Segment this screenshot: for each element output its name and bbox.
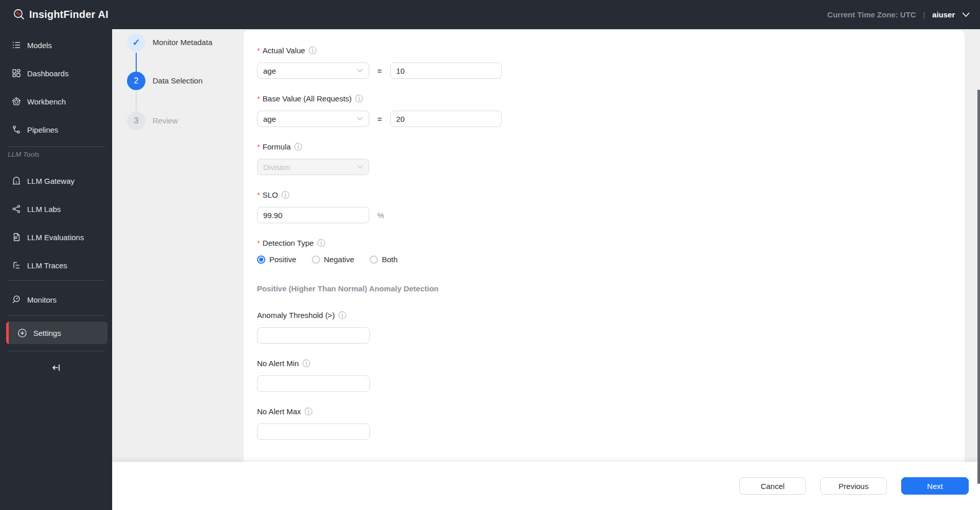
equals-sign: = bbox=[377, 115, 382, 123]
timezone-label: Current Time Zone: UTC bbox=[827, 10, 916, 19]
sidebar-item-llm-evaluations[interactable]: LLM Evaluations bbox=[0, 227, 112, 247]
cancel-button[interactable]: Cancel bbox=[739, 477, 806, 495]
next-button[interactable]: Next bbox=[901, 477, 969, 495]
info-icon[interactable]: ⓘ bbox=[303, 359, 311, 368]
sidebar-divider bbox=[8, 146, 105, 147]
step-1-indicator[interactable]: ✓ bbox=[127, 33, 145, 52]
sidebar-item-settings[interactable]: Settings bbox=[6, 322, 108, 344]
logo-text: InsightFinder AI bbox=[29, 9, 109, 20]
detection-type-radio-group: Positive Negative Both bbox=[257, 255, 965, 264]
base-value-input[interactable] bbox=[390, 111, 502, 127]
info-icon[interactable]: ⓘ bbox=[317, 239, 326, 247]
anomaly-threshold-input[interactable] bbox=[257, 327, 370, 344]
form-item-slo: * SLO ⓘ % bbox=[257, 190, 965, 223]
step-2-label[interactable]: Data Selection bbox=[153, 76, 203, 85]
form-item-base-value: * Base Value (All Requests) ⓘ age = bbox=[257, 94, 965, 127]
radio-circle bbox=[370, 256, 378, 264]
radio-both[interactable]: Both bbox=[370, 255, 398, 264]
collapse-arrow-icon bbox=[51, 363, 61, 372]
actual-value-select[interactable]: age bbox=[257, 62, 369, 79]
step-3-indicator[interactable]: 3 bbox=[127, 112, 145, 130]
formula-select: Division bbox=[257, 159, 369, 175]
no-alert-max-label: No Alert Max ⓘ bbox=[257, 407, 965, 416]
actual-value-label: * Actual Value ⓘ bbox=[257, 46, 965, 55]
sidebar-item-label: LLM Gateway bbox=[27, 177, 75, 185]
sidebar-item-models[interactable]: Models bbox=[0, 35, 112, 55]
sidebar-item-label: Workbench bbox=[27, 97, 66, 106]
info-icon[interactable]: ⓘ bbox=[305, 408, 313, 416]
chevron-down-icon bbox=[357, 117, 363, 121]
slo-input[interactable] bbox=[257, 207, 369, 223]
no-alert-min-label: No Alert Min ⓘ bbox=[257, 359, 965, 368]
step-1-label[interactable]: Monitor Metadata bbox=[153, 38, 212, 47]
actual-value-select-value: age bbox=[263, 67, 276, 75]
logo[interactable]: InsightFinder AI bbox=[13, 9, 109, 20]
sidebar-item-label: LLM Traces bbox=[27, 261, 67, 270]
page-scrollbar[interactable] bbox=[977, 90, 980, 484]
sidebar-item-label: LLM Labs bbox=[27, 205, 61, 214]
required-asterisk: * bbox=[257, 94, 260, 103]
sidebar-item-label: Monitors bbox=[27, 295, 57, 304]
sidebar-divider bbox=[8, 315, 105, 316]
step-3-number: 3 bbox=[134, 116, 139, 125]
step-3-label[interactable]: Review bbox=[153, 116, 178, 125]
sidebar-item-monitors[interactable]: Monitors bbox=[0, 289, 112, 310]
form-item-no-alert-max: No Alert Max ⓘ bbox=[257, 407, 965, 440]
trace-list-icon bbox=[12, 261, 21, 270]
share-icon bbox=[12, 204, 21, 214]
wizard-footer: Cancel Previous Next bbox=[112, 462, 980, 510]
monitor-search-icon bbox=[12, 295, 21, 304]
branch-icon bbox=[12, 125, 21, 134]
username-menu[interactable]: aiuser bbox=[932, 10, 955, 19]
logo-magnifier-icon bbox=[13, 9, 25, 20]
gateway-icon bbox=[12, 176, 21, 185]
header-right: Current Time Zone: UTC | aiuser bbox=[827, 10, 970, 19]
step-2-indicator[interactable]: 2 bbox=[127, 72, 145, 90]
step-connector bbox=[136, 53, 137, 72]
radio-negative[interactable]: Negative bbox=[312, 255, 354, 264]
actual-value-input[interactable] bbox=[390, 62, 502, 79]
plus-circle-icon bbox=[17, 328, 27, 338]
equals-sign: = bbox=[377, 67, 382, 75]
sidebar-item-dashboards[interactable]: Dashboards bbox=[0, 63, 112, 83]
anomaly-threshold-label: Anomaly Threshold (>) ⓘ bbox=[257, 311, 965, 320]
wizard-steps: ✓ Monitor Metadata 2 Data Selection 3 Re… bbox=[112, 29, 244, 462]
sidebar-item-llm-gateway[interactable]: LLM Gateway bbox=[0, 171, 112, 191]
sidebar-item-workbench[interactable]: Workbench bbox=[0, 91, 112, 112]
sidebar-item-llm-traces[interactable]: LLM Traces bbox=[0, 255, 112, 275]
check-icon: ✓ bbox=[132, 37, 140, 48]
percent-suffix: % bbox=[377, 211, 384, 220]
step-connector bbox=[136, 92, 137, 111]
info-icon[interactable]: ⓘ bbox=[282, 191, 290, 199]
header-separator: | bbox=[923, 10, 925, 19]
grid-icon bbox=[12, 69, 21, 78]
base-value-select[interactable]: age bbox=[257, 111, 369, 127]
base-value-select-value: age bbox=[263, 115, 276, 123]
no-alert-min-input[interactable] bbox=[257, 375, 370, 392]
sidebar-collapse-button[interactable] bbox=[0, 359, 112, 376]
list-icon bbox=[12, 40, 21, 50]
slo-label: * SLO ⓘ bbox=[257, 190, 965, 199]
info-icon[interactable]: ⓘ bbox=[355, 95, 364, 103]
form-item-no-alert-min: No Alert Min ⓘ bbox=[257, 359, 965, 392]
required-asterisk: * bbox=[257, 190, 260, 199]
info-icon[interactable]: ⓘ bbox=[294, 143, 303, 151]
radio-positive[interactable]: Positive bbox=[257, 255, 296, 264]
sidebar-divider bbox=[8, 351, 105, 351]
sidebar-item-llm-labs[interactable]: LLM Labs bbox=[0, 199, 112, 219]
pentagon-icon bbox=[12, 97, 21, 106]
formula-select-value: Division bbox=[263, 163, 290, 172]
sidebar-item-label: Settings bbox=[33, 329, 61, 337]
previous-button[interactable]: Previous bbox=[820, 477, 887, 495]
required-asterisk: * bbox=[257, 142, 260, 151]
info-icon[interactable]: ⓘ bbox=[338, 311, 347, 320]
chevron-down-icon[interactable] bbox=[962, 12, 970, 17]
no-alert-max-input[interactable] bbox=[257, 423, 370, 440]
required-asterisk: * bbox=[257, 46, 260, 55]
form-item-anomaly-threshold: Anomaly Threshold (>) ⓘ bbox=[257, 311, 965, 344]
sidebar-item-pipelines[interactable]: Pipelines bbox=[0, 119, 112, 140]
form-item-detection-type: * Detection Type ⓘ Positive Negative Bot… bbox=[257, 239, 965, 264]
step-2-number: 2 bbox=[134, 76, 139, 86]
info-icon[interactable]: ⓘ bbox=[309, 47, 317, 55]
form-item-formula: * Formula ⓘ Division bbox=[257, 142, 965, 175]
